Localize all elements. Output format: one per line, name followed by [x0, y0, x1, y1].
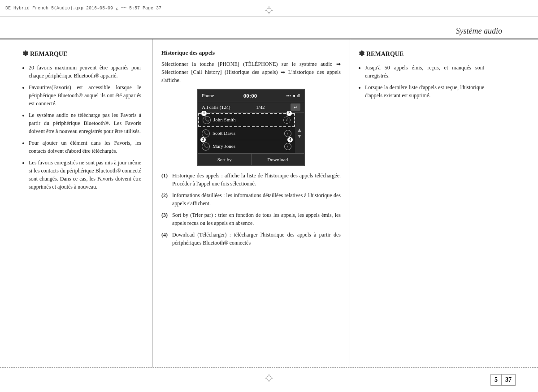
item-text-4: Download (Télécharger) : télécharger l'h… — [172, 232, 341, 246]
download-button[interactable]: Download — [252, 154, 304, 166]
item-text-2: Informations détaillées : les informatio… — [172, 192, 341, 207]
phone-header: Phone 00:00 ▪▪▪ ●.ıll — [198, 90, 304, 103]
contact-name-scott: Scott Davis — [213, 129, 284, 137]
circle-num-4: 4 — [287, 137, 293, 143]
scroll-up-arrow[interactable]: ▲ — [297, 127, 302, 133]
numbered-item-1: (1) Historique des appels : affiche la l… — [161, 172, 341, 188]
scroll-down-arrow[interactable]: ▼ — [297, 134, 302, 139]
svg-point-0 — [267, 8, 271, 13]
phone-ui: Phone 00:00 ▪▪▪ ●.ıll All calls (124) 1/… — [197, 89, 305, 167]
phone-time: 00:00 — [243, 91, 257, 100]
svg-point-5 — [267, 376, 271, 380]
crosshair-bottom-decoration — [265, 374, 273, 384]
item-num-1: (1) — [161, 172, 168, 180]
phone-status: ▪▪▪ ●.ıll — [286, 92, 300, 99]
page-indicator: 1/42 — [256, 103, 265, 111]
right-list-item-2: Lorsque la dernière liste d'appels est r… — [365, 83, 484, 99]
contact-row-scott-davis[interactable]: 📞 Scott Davis i — [198, 127, 295, 140]
numbered-item-4: (4) Download (Télécharger) : télécharger… — [161, 231, 341, 247]
circle-num-1: 1 — [201, 110, 207, 116]
page-number: 37 — [501, 374, 516, 386]
left-remarque-header: ✽ REMARQUE — [22, 48, 141, 59]
list-item: Le système audio ne télécharge pas les F… — [29, 111, 141, 135]
phone-title: Phone — [202, 92, 214, 99]
list-item: Les favoris enregistrés ne sont pas mis … — [29, 159, 141, 191]
list-item: Favourites(Favoris) est accessible lorsq… — [29, 83, 141, 108]
left-column: ✽ REMARQUE 20 favoris maximum peuvent êt… — [0, 39, 152, 367]
footer-right: 5 37 — [490, 374, 538, 386]
item-text-3: Sort by (Trier par) : trier en fonction … — [172, 212, 341, 226]
info-button-mary[interactable]: i — [284, 143, 291, 150]
left-list: 20 favoris maximum peuvent être appariés… — [22, 64, 141, 191]
chapter-number: 5 — [490, 374, 501, 386]
contact-row-mary-jones[interactable]: 3 📞 Mary Jones i 4 — [198, 140, 295, 153]
item-text-1: Historique des appels : affiche la liste… — [172, 172, 341, 187]
header-meta: DE Hybrid French 5(Audio).qxp 2016-05-09… — [5, 6, 161, 11]
item-num-3: (3) — [161, 211, 168, 219]
middle-column: Historique des appels Sélectionner la to… — [152, 39, 350, 367]
left-remarque-label: REMARQUE — [30, 49, 67, 59]
item-num-2: (2) — [161, 191, 168, 199]
battery-icon: ▪▪▪ — [286, 92, 291, 99]
right-remarque-label: REMARQUE — [366, 49, 404, 59]
contact-row-john-smith[interactable]: 1 📞 John Smith i 2 — [198, 113, 295, 127]
circle-num-2: 2 — [286, 110, 292, 116]
back-button[interactable]: ↩ — [291, 103, 300, 111]
contacts-area: 1 📞 John Smith i 2 📞 Scott Davis i 3 — [198, 113, 304, 153]
section-title: Historique des appels — [161, 48, 341, 57]
intro-text: Sélectionner la touche [PHONE] (TÉLÉPHON… — [161, 60, 341, 84]
left-asterisk: ✽ — [22, 48, 28, 59]
numbered-item-3: (3) Sort by (Trier par) : trier en fonct… — [161, 211, 341, 227]
item-num-4: (4) — [161, 231, 168, 239]
list-item: 20 favoris maximum peuvent être appariés… — [29, 64, 141, 80]
right-list-item-1: Jusqu'à 50 appels émis, reçus, et manqué… — [365, 64, 484, 80]
circle-num-3: 3 — [200, 137, 206, 143]
right-remarque-header: ✽ REMARQUE — [359, 48, 484, 59]
right-list: Jusqu'à 50 appels émis, reçus, et manqué… — [359, 64, 484, 99]
signal-icon: ●.ıll — [293, 92, 300, 99]
contact-icon-mary: 📞 — [202, 142, 210, 151]
contact-name-john: John Smith — [213, 116, 283, 124]
scroll-arrows: ▲ ▼ — [295, 113, 304, 153]
numbered-item-2: (2) Informations détaillées : les inform… — [161, 191, 341, 207]
page-title: Système audio — [456, 26, 502, 36]
sort-by-button[interactable]: Sort by — [198, 154, 252, 166]
info-button-scott[interactable]: i — [284, 130, 291, 137]
phone-footer: Sort by Download — [198, 153, 304, 166]
contact-icon-john: 📞 — [203, 116, 211, 124]
all-calls-label: All calls (124) — [202, 103, 230, 111]
main-content: ✽ REMARQUE 20 favoris maximum peuvent êt… — [0, 39, 538, 367]
crosshair-top-decoration — [265, 6, 273, 14]
contacts-list: 1 📞 John Smith i 2 📞 Scott Davis i 3 — [198, 113, 295, 153]
contact-name-mary: Mary Jones — [213, 142, 284, 150]
list-item: Pour ajouter un élément dans les Favoris… — [29, 139, 141, 155]
info-button-john[interactable]: i — [283, 116, 291, 124]
right-column: ✽ REMARQUE Jusqu'à 50 appels émis, reçus… — [350, 39, 502, 367]
right-asterisk: ✽ — [359, 48, 364, 59]
numbered-list: (1) Historique des appels : affiche la l… — [161, 172, 341, 247]
page-title-bar: Système audio — [0, 17, 538, 39]
